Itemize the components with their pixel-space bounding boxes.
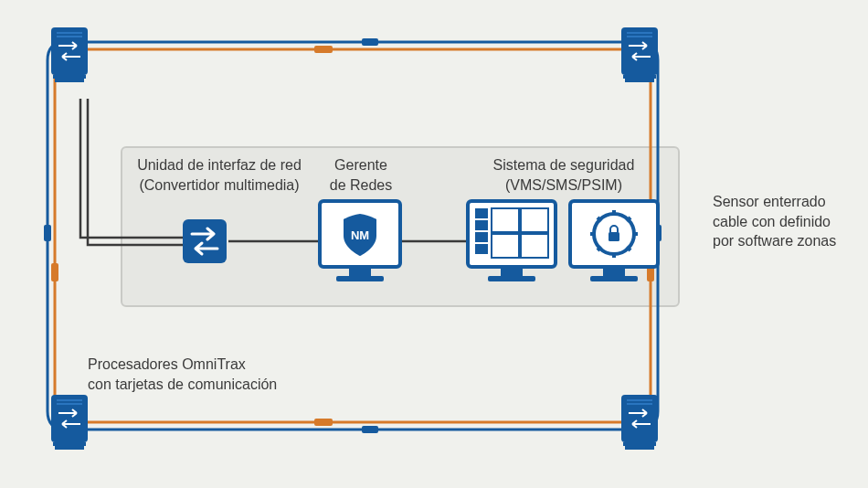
svg-rect-10 xyxy=(51,27,88,75)
svg-rect-57 xyxy=(609,232,619,241)
svg-rect-17 xyxy=(625,79,654,82)
svg-rect-5 xyxy=(314,419,333,426)
svg-rect-39 xyxy=(475,232,488,242)
security-label: Sistema de seguridad (VMS/SMS/PSIM) xyxy=(466,155,662,195)
svg-rect-37 xyxy=(475,208,488,218)
processor-top-left xyxy=(51,27,88,82)
svg-rect-12 xyxy=(55,79,84,82)
nm-monitor-icon: NM xyxy=(320,201,400,281)
svg-line-54 xyxy=(627,247,630,250)
svg-rect-16 xyxy=(623,75,656,79)
svg-rect-40 xyxy=(475,244,488,254)
svg-rect-4 xyxy=(314,46,333,53)
svg-rect-38 xyxy=(475,220,488,230)
svg-rect-22 xyxy=(55,446,84,450)
svg-rect-30 xyxy=(183,219,227,263)
svg-rect-2 xyxy=(44,225,51,241)
svg-rect-32 xyxy=(349,267,371,276)
svg-rect-35 xyxy=(501,267,523,276)
processors-label: Procesadores OmniTrax con tarjetas de co… xyxy=(88,355,325,394)
psim-monitor-icon xyxy=(570,201,658,281)
vms-monitor-icon xyxy=(468,201,556,281)
svg-rect-15 xyxy=(621,27,658,75)
svg-rect-46 xyxy=(603,267,625,276)
niu-label: Unidad de interfaz de red (Convertidor m… xyxy=(128,155,311,195)
niu-icon xyxy=(183,219,227,263)
sensor-label: Sensor enterrado cable con definido por … xyxy=(713,192,859,251)
nm-label: Gerente de Redes xyxy=(320,155,402,195)
svg-rect-11 xyxy=(53,75,86,79)
svg-line-53 xyxy=(598,217,601,221)
processor-bottom-left xyxy=(51,395,88,450)
svg-rect-26 xyxy=(623,442,656,446)
svg-rect-0 xyxy=(362,38,378,46)
svg-rect-20 xyxy=(51,395,88,442)
processor-bottom-right xyxy=(621,395,658,450)
svg-rect-36 xyxy=(488,276,535,281)
svg-rect-21 xyxy=(53,442,86,446)
svg-line-56 xyxy=(598,247,601,250)
svg-rect-6 xyxy=(51,263,58,281)
processor-top-right xyxy=(621,27,658,82)
svg-rect-25 xyxy=(621,395,658,442)
svg-line-55 xyxy=(627,217,630,221)
svg-rect-33 xyxy=(336,276,384,281)
svg-rect-1 xyxy=(362,426,378,433)
svg-rect-27 xyxy=(625,446,654,450)
svg-rect-47 xyxy=(590,276,638,281)
nm-badge-text: NM xyxy=(351,228,369,242)
